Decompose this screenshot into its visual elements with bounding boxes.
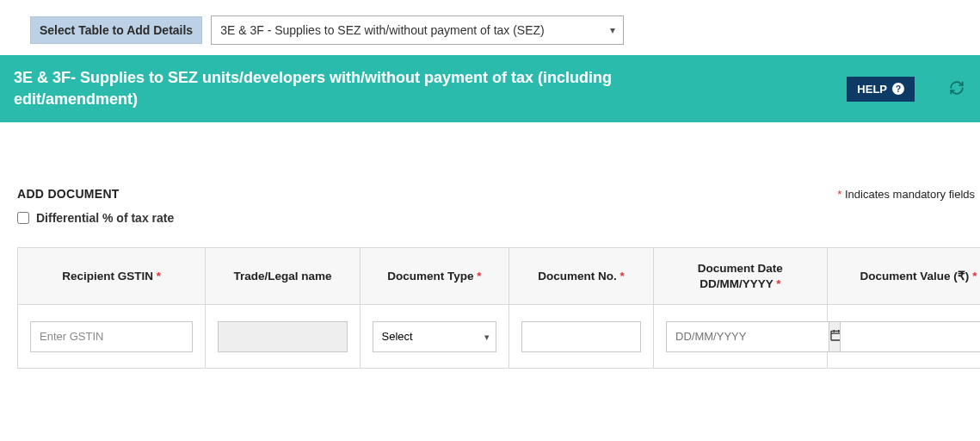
section-header: 3E & 3F- Supplies to SEZ units/developer… [0, 55, 980, 122]
table-row: Select [18, 305, 981, 369]
help-button[interactable]: HELP ? [847, 77, 915, 102]
mandatory-note: * Indicates mandatory fields [837, 188, 975, 201]
th-document-type: Document Type * [360, 248, 509, 305]
differential-tax-label: Differential % of tax rate [36, 211, 174, 225]
th-trade-legal-name: Trade/Legal name [206, 248, 360, 305]
help-icon: ? [892, 83, 904, 95]
document-value-input[interactable] [840, 321, 980, 352]
help-button-label: HELP [857, 83, 887, 96]
page-title: 3E & 3F- Supplies to SEZ units/developer… [14, 67, 685, 110]
th-document-value: Document Value (₹) * [827, 248, 980, 305]
differential-tax-checkbox[interactable] [17, 212, 29, 224]
table-select[interactable]: 3E & 3F - Supplies to SEZ with/without p… [211, 16, 624, 45]
document-type-select[interactable]: Select [373, 321, 497, 352]
document-date-input[interactable] [666, 321, 829, 352]
select-table-label: Select Table to Add Details [30, 16, 202, 44]
document-table: Recipient GSTIN * Trade/Legal name Docum… [17, 247, 980, 369]
trade-legal-name-input [218, 321, 347, 352]
th-document-no: Document No. * [509, 248, 654, 305]
th-document-date: Document Date DD/MM/YYYY * [654, 248, 828, 305]
document-table-scroll[interactable]: Recipient GSTIN * Trade/Legal name Docum… [17, 247, 980, 376]
refresh-icon[interactable] [949, 80, 965, 98]
document-no-input[interactable] [521, 321, 641, 352]
add-document-title: ADD DOCUMENT [17, 187, 120, 201]
recipient-gstin-input[interactable] [30, 321, 193, 352]
th-recipient-gstin: Recipient GSTIN * [18, 248, 206, 305]
